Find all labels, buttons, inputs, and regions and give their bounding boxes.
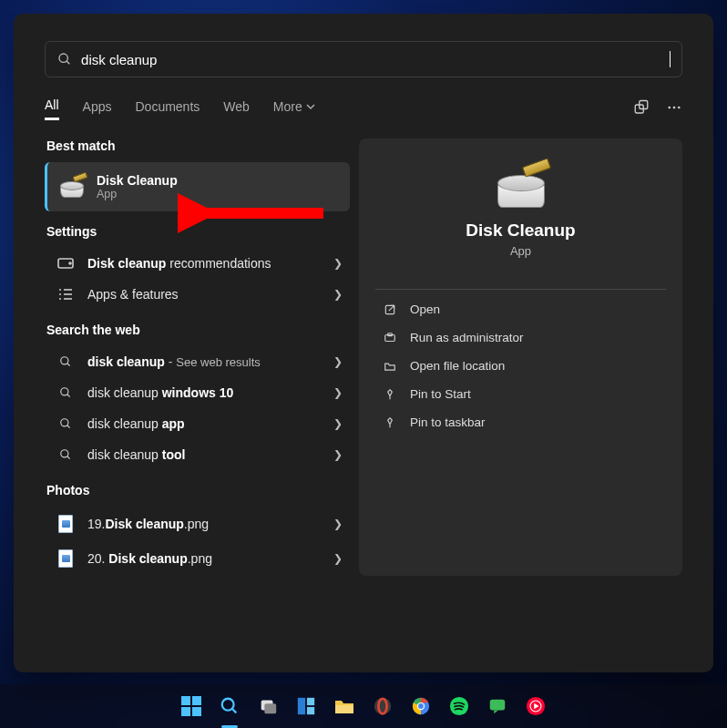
svg-point-4 [668,106,671,108]
start-button[interactable] [179,693,204,719]
action-pin-taskbar[interactable]: Pin to taskbar [375,408,666,436]
list-icon [57,288,74,301]
tab-apps[interactable]: Apps [83,97,112,120]
storage-icon [57,258,74,269]
section-settings: Settings [46,224,350,239]
settings-item-apps-features[interactable]: Apps & features ❯ [45,279,350,310]
widgets-button[interactable] [293,693,319,719]
opera-button[interactable] [370,693,395,719]
chevron-right-icon: ❯ [333,257,343,270]
svg-line-1 [67,61,69,64]
chrome-button[interactable] [408,693,434,719]
svg-rect-32 [307,698,314,705]
detail-subtitle: App [510,244,531,258]
disk-cleanup-icon [60,176,86,198]
svg-point-6 [678,106,681,108]
disk-cleanup-icon [496,164,547,208]
svg-line-20 [67,426,70,428]
search-icon [57,386,74,399]
chat-button[interactable] [485,693,510,719]
svg-rect-34 [335,705,353,713]
shield-icon [383,332,397,344]
section-best-match: Best match [46,138,350,153]
image-file-icon [57,549,74,568]
section-photos: Photos [46,483,350,497]
spotify-button[interactable] [446,693,472,719]
svg-point-8 [69,262,71,264]
search-icon [57,448,74,461]
svg-line-28 [232,709,237,713]
pin-icon [383,416,397,429]
svg-point-39 [418,703,424,709]
svg-rect-30 [264,703,276,713]
svg-rect-41 [490,700,506,711]
svg-point-27 [222,699,234,711]
chevron-right-icon: ❯ [333,288,343,301]
folder-icon [383,360,397,373]
tab-more[interactable]: More [273,97,315,120]
svg-rect-33 [307,707,314,714]
chevron-right-icon: ❯ [333,518,343,530]
svg-point-0 [59,54,67,62]
detail-title: Disk Cleanup [466,220,575,241]
web-result-3[interactable]: disk cleanup tool ❯ [45,439,350,470]
chevron-right-icon: ❯ [333,552,343,565]
start-search-panel: All Apps Documents Web More Best match [14,14,713,672]
tab-web[interactable]: Web [223,97,250,120]
best-match-subtitle: App [97,188,178,200]
chevron-right-icon: ❯ [333,386,343,399]
more-options-icon[interactable] [666,99,682,119]
results-column: Best match Disk Cleanup App Settings Dis… [45,138,350,576]
action-open-location[interactable]: Open file location [375,352,666,380]
svg-line-22 [67,456,70,459]
filter-tabs-row: All Apps Documents Web More [45,97,682,120]
best-match-title: Disk Cleanup [97,173,178,188]
tab-all[interactable]: All [45,97,59,120]
search-box[interactable] [45,41,682,77]
detail-panel: Disk Cleanup App Open Run as administrat… [359,138,682,576]
taskbar [0,684,727,728]
svg-rect-31 [298,698,305,714]
filter-tabs: All Apps Documents Web More [45,97,315,120]
chevron-down-icon [306,102,315,111]
section-search-web: Search the web [46,323,350,337]
chevron-right-icon: ❯ [333,355,343,368]
youtube-music-button[interactable] [523,693,548,719]
divider [375,289,666,290]
svg-point-17 [61,388,68,395]
web-result-1[interactable]: disk cleanup windows 10 ❯ [45,377,350,408]
photo-result-0[interactable]: 19.Disk cleanup.png ❯ [45,507,350,541]
settings-item-recommendations[interactable]: Disk cleanup recommendations ❯ [45,248,350,279]
action-open[interactable]: Open [375,295,666,323]
svg-point-5 [673,106,676,108]
task-view-button[interactable] [255,693,281,719]
web-result-0[interactable]: disk cleanup - See web results ❯ [45,346,350,377]
chevron-right-icon: ❯ [333,448,343,461]
action-run-admin[interactable]: Run as administrator [375,323,666,352]
chevron-right-icon: ❯ [333,417,343,430]
photo-result-1[interactable]: 20. Disk cleanup.png ❯ [45,541,350,576]
action-pin-start[interactable]: Pin to Start [375,380,666,408]
svg-line-16 [67,364,70,366]
web-result-2[interactable]: disk cleanup app ❯ [45,408,350,439]
svg-line-18 [67,395,70,397]
search-icon [56,52,72,67]
svg-point-19 [61,419,68,426]
search-icon [57,417,74,430]
svg-point-21 [61,450,68,457]
switch-account-icon[interactable] [633,99,650,119]
open-icon [383,303,397,316]
svg-point-15 [61,357,68,364]
text-cursor [670,51,671,67]
svg-point-35 [374,698,391,714]
file-explorer-button[interactable] [332,693,357,719]
image-file-icon [57,515,74,533]
search-button[interactable] [217,693,242,719]
tab-documents[interactable]: Documents [135,97,200,120]
pin-icon [383,388,397,401]
search-input[interactable] [81,52,663,67]
best-match-result[interactable]: Disk Cleanup App [45,162,350,211]
search-icon [57,355,74,368]
